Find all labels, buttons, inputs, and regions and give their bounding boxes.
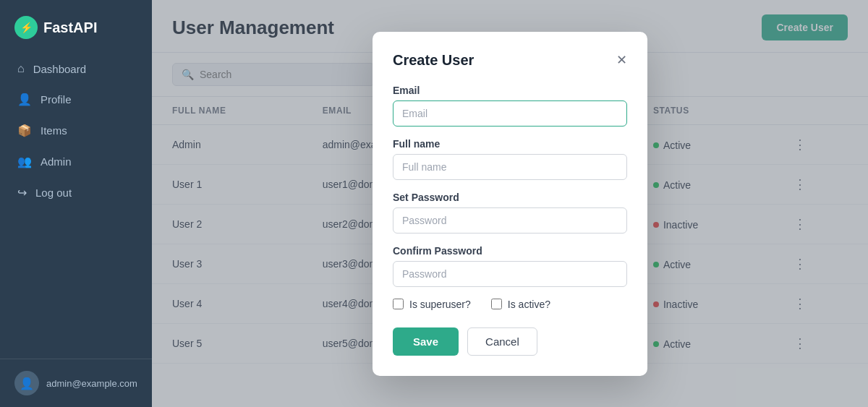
fullname-label: Full name [393, 138, 627, 150]
app-name: FastAPI [43, 20, 97, 36]
dashboard-icon: ⌂ [17, 62, 25, 75]
superuser-checkbox[interactable] [393, 299, 404, 309]
cancel-button[interactable]: Cancel [467, 327, 537, 356]
active-checkbox-label[interactable]: Is active? [491, 299, 550, 310]
logout-icon: ↪ [17, 186, 27, 200]
create-user-modal: Create User ✕ Email Full name Set Passwo… [373, 32, 647, 376]
active-checkbox[interactable] [491, 299, 502, 309]
confirm-password-input[interactable] [393, 261, 627, 287]
superuser-checkbox-label[interactable]: Is superuser? [393, 299, 471, 310]
fastapi-logo-icon: ⚡ [14, 16, 38, 39]
email-input[interactable] [393, 100, 627, 127]
sidebar-item-label: Admin [41, 155, 72, 168]
admin-icon: 👥 [17, 155, 32, 168]
confirm-password-group: Confirm Password [393, 245, 627, 287]
modal-actions: Save Cancel [393, 327, 627, 356]
active-label: Is active? [508, 299, 550, 310]
sidebar-bottom: 👤 admin@example.com [0, 359, 152, 407]
sidebar-item-profile[interactable]: 👤 Profile [9, 85, 143, 113]
sidebar-item-label: Log out [35, 187, 72, 199]
sidebar-logo: ⚡ FastAPI [0, 0, 152, 55]
modal-header: Create User ✕ [393, 52, 627, 69]
modal-close-button[interactable]: ✕ [616, 53, 627, 67]
superuser-label: Is superuser? [409, 299, 471, 310]
user-email: admin@example.com [46, 378, 137, 389]
fullname-group: Full name [393, 138, 627, 180]
confirm-password-label: Confirm Password [393, 245, 627, 257]
profile-icon: 👤 [17, 93, 32, 106]
checkboxes-row: Is superuser? Is active? [393, 299, 627, 310]
password-group: Set Password [393, 192, 627, 234]
password-label: Set Password [393, 192, 627, 203]
password-input[interactable] [393, 207, 627, 234]
fullname-input[interactable] [393, 154, 627, 180]
sidebar-item-label: Profile [41, 93, 72, 106]
main-content: User Management Create User 🔍 FULL NAME … [152, 0, 868, 407]
sidebar-item-label: Items [41, 124, 67, 137]
sidebar-item-items[interactable]: 📦 Items [9, 116, 143, 145]
sidebar-item-label: Dashboard [33, 63, 86, 75]
items-icon: 📦 [17, 124, 32, 137]
modal-overlay[interactable]: Create User ✕ Email Full name Set Passwo… [152, 0, 868, 407]
save-button[interactable]: Save [393, 327, 459, 356]
email-group: Email [393, 85, 627, 127]
sidebar-item-admin[interactable]: 👥 Admin [9, 147, 143, 176]
sidebar-item-logout[interactable]: ↪ Log out [9, 179, 143, 207]
user-avatar: 👤 [14, 371, 39, 395]
sidebar: ⚡ FastAPI ⌂ Dashboard 👤 Profile 📦 Items … [0, 0, 152, 407]
modal-title: Create User [393, 52, 474, 69]
sidebar-nav: ⌂ Dashboard 👤 Profile 📦 Items 👥 Admin ↪ … [0, 55, 152, 359]
sidebar-item-dashboard[interactable]: ⌂ Dashboard [9, 55, 143, 82]
email-label: Email [393, 85, 627, 96]
